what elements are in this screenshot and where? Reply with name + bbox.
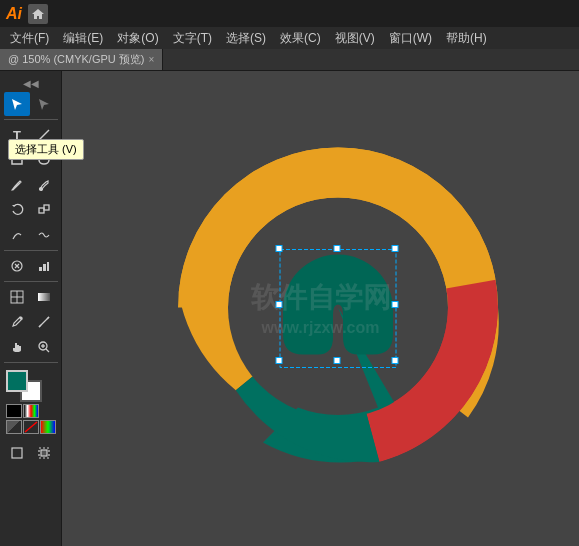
brush-tool-button[interactable] [31, 173, 57, 197]
separator-3 [4, 281, 58, 282]
swap-colors-button[interactable] [23, 404, 39, 418]
svg-line-19 [46, 349, 49, 352]
gradient-tool-button[interactable] [31, 285, 57, 309]
tab-close-button[interactable]: × [148, 54, 154, 65]
svg-line-22 [25, 422, 37, 432]
svg-rect-13 [38, 293, 50, 301]
mode-row [6, 420, 56, 434]
svg-rect-4 [39, 208, 44, 213]
svg-rect-7 [39, 267, 42, 271]
tab-label: @ 150% (CMYK/GPU 预览) [8, 52, 144, 67]
tab-bar: @ 150% (CMYK/GPU 预览) × [0, 49, 579, 71]
draw-normal-button[interactable] [4, 441, 30, 465]
pencil-tool-button[interactable] [4, 173, 30, 197]
menu-text[interactable]: 文字(T) [167, 27, 218, 49]
svg-rect-29 [276, 245, 282, 251]
svg-rect-8 [43, 264, 46, 271]
menu-window[interactable]: 窗口(W) [383, 27, 438, 49]
svg-rect-32 [276, 301, 282, 307]
menu-bar: 文件(F) 编辑(E) 对象(O) 文字(T) 选择(S) 效果(C) 视图(V… [0, 27, 579, 49]
hand-tools-row [4, 335, 57, 359]
title-bar: Ai [0, 0, 579, 27]
warp-tool-button[interactable] [4, 223, 30, 247]
separator-4 [4, 362, 58, 363]
selection-tool-button[interactable] [4, 92, 30, 116]
toolbar-collapse[interactable]: ◀◀ [0, 75, 61, 91]
pencil-tools-row [4, 173, 57, 197]
foreground-color-swatch[interactable] [6, 370, 28, 392]
column-graph-button[interactable] [31, 254, 57, 278]
svg-rect-36 [392, 357, 398, 363]
fill-icon[interactable] [6, 420, 22, 434]
active-tab[interactable]: @ 150% (CMYK/GPU 预览) × [0, 49, 163, 70]
separator-2 [4, 250, 58, 251]
design-graphic [168, 137, 508, 480]
default-colors-button[interactable] [6, 404, 22, 418]
mesh-tool-button[interactable] [4, 285, 30, 309]
zoom-tool-button[interactable] [31, 335, 57, 359]
no-fill-icon[interactable] [23, 420, 39, 434]
svg-rect-25 [41, 450, 47, 456]
draw-behind-button[interactable] [31, 441, 57, 465]
menu-view[interactable]: 视图(V) [329, 27, 381, 49]
menu-edit[interactable]: 编辑(E) [57, 27, 109, 49]
selection-tools-row [4, 92, 57, 116]
direct-selection-tool-button[interactable] [31, 92, 57, 116]
svg-rect-35 [334, 357, 340, 363]
svg-rect-23 [12, 448, 22, 458]
menu-object[interactable]: 对象(O) [111, 27, 164, 49]
svg-line-17 [47, 317, 49, 319]
rotate-tools-row [4, 198, 57, 222]
eyedropper-tools-row [4, 310, 57, 334]
symbol-tools-row [4, 254, 57, 278]
separator-1 [4, 119, 58, 120]
svg-point-14 [20, 317, 22, 319]
tool-tooltip: 选择工具 (V) [8, 139, 84, 160]
color-swatches [6, 370, 42, 402]
reshape-tool-button[interactable] [31, 223, 57, 247]
left-toolbar: ◀◀ 选择工具 (V) T [0, 71, 62, 546]
canvas-area[interactable]: 软件自学网 www.rjzxw.com [62, 71, 579, 546]
measure-tool-button[interactable] [31, 310, 57, 334]
menu-select[interactable]: 选择(S) [220, 27, 272, 49]
svg-rect-5 [44, 205, 49, 210]
bottom-tools-row [4, 441, 57, 465]
hand-tool-button[interactable] [4, 335, 30, 359]
scale-tool-button[interactable] [31, 198, 57, 222]
svg-rect-34 [276, 357, 282, 363]
warp-tools-row [4, 223, 57, 247]
rotate-tool-button[interactable] [4, 198, 30, 222]
menu-effect[interactable]: 效果(C) [274, 27, 327, 49]
menu-help[interactable]: 帮助(H) [440, 27, 493, 49]
home-button[interactable] [28, 4, 48, 24]
gradient-icon[interactable] [40, 420, 56, 434]
main-area: ◀◀ 选择工具 (V) T [0, 71, 579, 546]
ai-logo: Ai [6, 5, 22, 23]
svg-rect-33 [392, 301, 398, 307]
mesh-tools-row [4, 285, 57, 309]
extra-swatches-row [6, 404, 56, 418]
eyedropper-tool-button[interactable] [4, 310, 30, 334]
symbol-tool-button[interactable] [4, 254, 30, 278]
svg-rect-9 [47, 262, 49, 271]
svg-rect-30 [334, 245, 340, 251]
svg-point-3 [40, 188, 43, 191]
svg-rect-31 [392, 245, 398, 251]
svg-line-16 [39, 325, 41, 327]
menu-file[interactable]: 文件(F) [4, 27, 55, 49]
